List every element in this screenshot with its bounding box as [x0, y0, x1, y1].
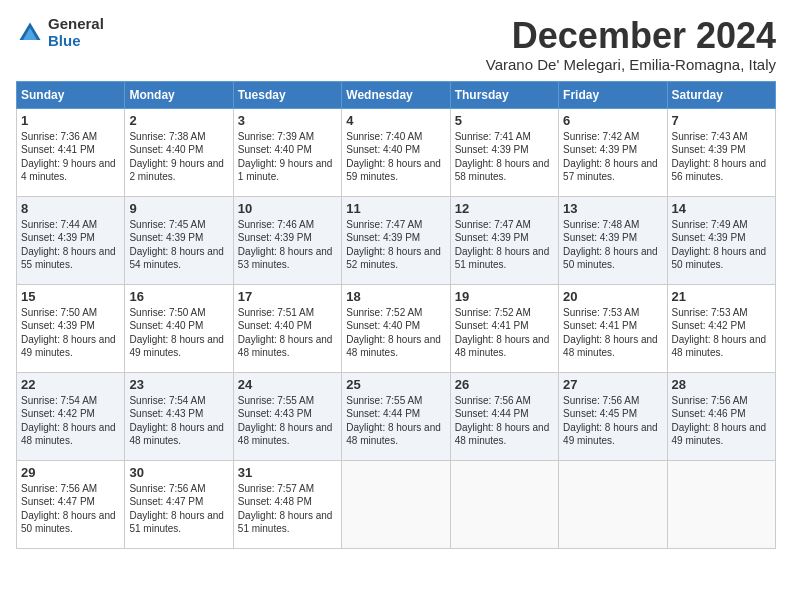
logo: General Blue [16, 16, 104, 49]
header-sunday: Sunday [17, 81, 125, 108]
day-number: 18 [346, 289, 445, 304]
day-number: 2 [129, 113, 228, 128]
calendar-cell: 29Sunrise: 7:56 AMSunset: 4:47 PMDayligh… [17, 460, 125, 548]
cell-content: Sunrise: 7:55 AMSunset: 4:44 PMDaylight:… [346, 394, 445, 448]
header-monday: Monday [125, 81, 233, 108]
calendar-week-row: 8Sunrise: 7:44 AMSunset: 4:39 PMDaylight… [17, 196, 776, 284]
calendar-cell: 31Sunrise: 7:57 AMSunset: 4:48 PMDayligh… [233, 460, 341, 548]
calendar-cell: 10Sunrise: 7:46 AMSunset: 4:39 PMDayligh… [233, 196, 341, 284]
calendar-cell: 15Sunrise: 7:50 AMSunset: 4:39 PMDayligh… [17, 284, 125, 372]
day-number: 19 [455, 289, 554, 304]
cell-content: Sunrise: 7:43 AMSunset: 4:39 PMDaylight:… [672, 130, 771, 184]
header-wednesday: Wednesday [342, 81, 450, 108]
calendar-cell: 1Sunrise: 7:36 AMSunset: 4:41 PMDaylight… [17, 108, 125, 196]
day-number: 28 [672, 377, 771, 392]
day-number: 1 [21, 113, 120, 128]
cell-content: Sunrise: 7:56 AMSunset: 4:47 PMDaylight:… [21, 482, 120, 536]
calendar-week-row: 15Sunrise: 7:50 AMSunset: 4:39 PMDayligh… [17, 284, 776, 372]
cell-content: Sunrise: 7:42 AMSunset: 4:39 PMDaylight:… [563, 130, 662, 184]
calendar-cell: 13Sunrise: 7:48 AMSunset: 4:39 PMDayligh… [559, 196, 667, 284]
cell-content: Sunrise: 7:56 AMSunset: 4:44 PMDaylight:… [455, 394, 554, 448]
calendar-cell: 7Sunrise: 7:43 AMSunset: 4:39 PMDaylight… [667, 108, 775, 196]
day-number: 14 [672, 201, 771, 216]
header-tuesday: Tuesday [233, 81, 341, 108]
logo-general: General [48, 16, 104, 33]
day-number: 5 [455, 113, 554, 128]
calendar-cell [559, 460, 667, 548]
cell-content: Sunrise: 7:56 AMSunset: 4:47 PMDaylight:… [129, 482, 228, 536]
calendar-week-row: 29Sunrise: 7:56 AMSunset: 4:47 PMDayligh… [17, 460, 776, 548]
cell-content: Sunrise: 7:46 AMSunset: 4:39 PMDaylight:… [238, 218, 337, 272]
calendar-cell: 21Sunrise: 7:53 AMSunset: 4:42 PMDayligh… [667, 284, 775, 372]
calendar-cell: 16Sunrise: 7:50 AMSunset: 4:40 PMDayligh… [125, 284, 233, 372]
cell-content: Sunrise: 7:56 AMSunset: 4:45 PMDaylight:… [563, 394, 662, 448]
day-number: 9 [129, 201, 228, 216]
day-number: 22 [21, 377, 120, 392]
header-friday: Friday [559, 81, 667, 108]
cell-content: Sunrise: 7:39 AMSunset: 4:40 PMDaylight:… [238, 130, 337, 184]
day-number: 4 [346, 113, 445, 128]
calendar-cell: 30Sunrise: 7:56 AMSunset: 4:47 PMDayligh… [125, 460, 233, 548]
cell-content: Sunrise: 7:47 AMSunset: 4:39 PMDaylight:… [455, 218, 554, 272]
calendar-cell: 22Sunrise: 7:54 AMSunset: 4:42 PMDayligh… [17, 372, 125, 460]
day-number: 23 [129, 377, 228, 392]
cell-content: Sunrise: 7:45 AMSunset: 4:39 PMDaylight:… [129, 218, 228, 272]
cell-content: Sunrise: 7:44 AMSunset: 4:39 PMDaylight:… [21, 218, 120, 272]
day-number: 17 [238, 289, 337, 304]
day-number: 31 [238, 465, 337, 480]
calendar-cell: 20Sunrise: 7:53 AMSunset: 4:41 PMDayligh… [559, 284, 667, 372]
calendar-cell: 11Sunrise: 7:47 AMSunset: 4:39 PMDayligh… [342, 196, 450, 284]
calendar-cell: 25Sunrise: 7:55 AMSunset: 4:44 PMDayligh… [342, 372, 450, 460]
cell-content: Sunrise: 7:47 AMSunset: 4:39 PMDaylight:… [346, 218, 445, 272]
cell-content: Sunrise: 7:41 AMSunset: 4:39 PMDaylight:… [455, 130, 554, 184]
header-thursday: Thursday [450, 81, 558, 108]
cell-content: Sunrise: 7:51 AMSunset: 4:40 PMDaylight:… [238, 306, 337, 360]
day-number: 27 [563, 377, 662, 392]
cell-content: Sunrise: 7:52 AMSunset: 4:41 PMDaylight:… [455, 306, 554, 360]
month-title: December 2024 [486, 16, 776, 56]
calendar-cell [667, 460, 775, 548]
day-number: 29 [21, 465, 120, 480]
calendar-cell: 12Sunrise: 7:47 AMSunset: 4:39 PMDayligh… [450, 196, 558, 284]
logo-blue: Blue [48, 33, 104, 50]
day-number: 21 [672, 289, 771, 304]
calendar-cell: 2Sunrise: 7:38 AMSunset: 4:40 PMDaylight… [125, 108, 233, 196]
cell-content: Sunrise: 7:54 AMSunset: 4:42 PMDaylight:… [21, 394, 120, 448]
day-number: 11 [346, 201, 445, 216]
cell-content: Sunrise: 7:53 AMSunset: 4:41 PMDaylight:… [563, 306, 662, 360]
calendar-cell: 18Sunrise: 7:52 AMSunset: 4:40 PMDayligh… [342, 284, 450, 372]
calendar-cell: 5Sunrise: 7:41 AMSunset: 4:39 PMDaylight… [450, 108, 558, 196]
cell-content: Sunrise: 7:48 AMSunset: 4:39 PMDaylight:… [563, 218, 662, 272]
day-number: 30 [129, 465, 228, 480]
cell-content: Sunrise: 7:36 AMSunset: 4:41 PMDaylight:… [21, 130, 120, 184]
cell-content: Sunrise: 7:57 AMSunset: 4:48 PMDaylight:… [238, 482, 337, 536]
day-number: 25 [346, 377, 445, 392]
day-number: 7 [672, 113, 771, 128]
cell-content: Sunrise: 7:53 AMSunset: 4:42 PMDaylight:… [672, 306, 771, 360]
cell-content: Sunrise: 7:55 AMSunset: 4:43 PMDaylight:… [238, 394, 337, 448]
day-number: 16 [129, 289, 228, 304]
cell-content: Sunrise: 7:38 AMSunset: 4:40 PMDaylight:… [129, 130, 228, 184]
calendar-cell [450, 460, 558, 548]
calendar-table: SundayMondayTuesdayWednesdayThursdayFrid… [16, 81, 776, 549]
calendar-cell: 4Sunrise: 7:40 AMSunset: 4:40 PMDaylight… [342, 108, 450, 196]
day-number: 13 [563, 201, 662, 216]
calendar-cell: 26Sunrise: 7:56 AMSunset: 4:44 PMDayligh… [450, 372, 558, 460]
calendar-week-row: 1Sunrise: 7:36 AMSunset: 4:41 PMDaylight… [17, 108, 776, 196]
day-number: 6 [563, 113, 662, 128]
day-number: 15 [21, 289, 120, 304]
cell-content: Sunrise: 7:54 AMSunset: 4:43 PMDaylight:… [129, 394, 228, 448]
calendar-cell: 8Sunrise: 7:44 AMSunset: 4:39 PMDaylight… [17, 196, 125, 284]
title-block: December 2024 Varano De' Melegari, Emili… [486, 16, 776, 73]
calendar-cell: 3Sunrise: 7:39 AMSunset: 4:40 PMDaylight… [233, 108, 341, 196]
cell-content: Sunrise: 7:56 AMSunset: 4:46 PMDaylight:… [672, 394, 771, 448]
calendar-cell: 9Sunrise: 7:45 AMSunset: 4:39 PMDaylight… [125, 196, 233, 284]
day-number: 26 [455, 377, 554, 392]
location-title: Varano De' Melegari, Emilia-Romagna, Ita… [486, 56, 776, 73]
calendar-cell: 6Sunrise: 7:42 AMSunset: 4:39 PMDaylight… [559, 108, 667, 196]
day-number: 10 [238, 201, 337, 216]
calendar-cell: 27Sunrise: 7:56 AMSunset: 4:45 PMDayligh… [559, 372, 667, 460]
day-number: 3 [238, 113, 337, 128]
day-number: 24 [238, 377, 337, 392]
day-number: 12 [455, 201, 554, 216]
